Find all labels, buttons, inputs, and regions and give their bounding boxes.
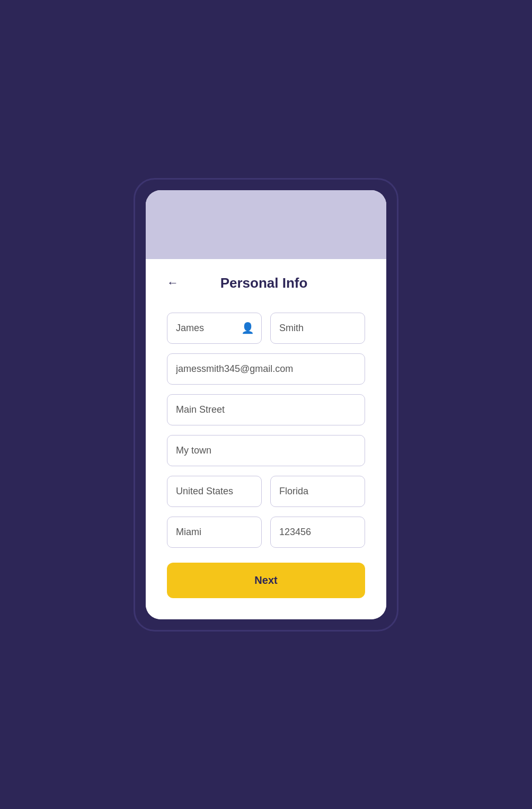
country-input[interactable] [167,476,262,507]
street-input[interactable] [167,394,365,425]
phone-inner: ← Personal Info 👤 [146,190,386,619]
name-row: 👤 [167,313,365,344]
next-button[interactable]: Next [167,563,365,598]
street-row [167,394,365,425]
zip-input[interactable] [270,517,365,548]
id-card-icon: 👤 [241,322,254,334]
page-header: ← Personal Info [167,275,365,291]
zip-wrapper [270,517,365,548]
state-wrapper [270,476,365,507]
phone-container: ← Personal Info 👤 [134,178,398,632]
last-name-wrapper [270,313,365,344]
country-wrapper [167,476,262,507]
first-name-wrapper: 👤 [167,313,262,344]
content-area: ← Personal Info 👤 [146,259,386,619]
country-state-row [167,476,365,507]
phone-header [146,190,386,259]
state-input[interactable] [270,476,365,507]
town-row [167,435,365,466]
page-title: Personal Info [179,275,349,291]
back-button[interactable]: ← [167,276,179,290]
town-input[interactable] [167,435,365,466]
city-input[interactable] [167,517,262,548]
city-wrapper [167,517,262,548]
email-row [167,353,365,385]
last-name-input[interactable] [270,313,365,344]
city-zip-row [167,517,365,548]
email-input[interactable] [167,353,365,385]
